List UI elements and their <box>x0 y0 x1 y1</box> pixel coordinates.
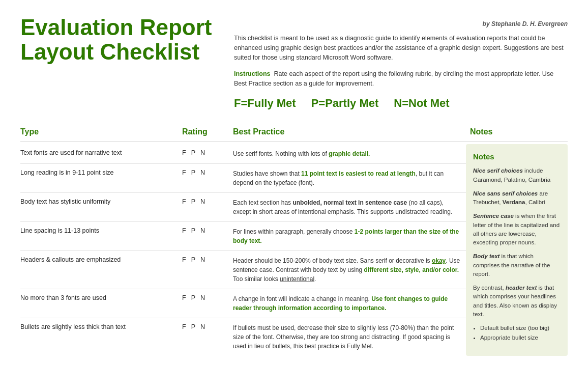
rating-n[interactable]: N <box>200 227 205 234</box>
rating-p[interactable]: P <box>191 323 195 330</box>
rating-f[interactable]: F <box>182 198 186 205</box>
byline-prefix: by <box>483 20 490 27</box>
note-serif: Nice serif choices include Garamond, Pal… <box>473 166 561 184</box>
intro-block: by Stephanie D. H. Evergreen This checkl… <box>234 15 568 110</box>
rating-n[interactable]: N <box>200 149 205 156</box>
rating-p[interactable]: P <box>191 294 195 301</box>
rating-n[interactable]: N <box>200 256 205 263</box>
rating-n[interactable]: N <box>200 323 205 330</box>
rating-f[interactable]: F <box>182 294 186 301</box>
rating-n[interactable]: N <box>200 169 205 176</box>
col-rating-header: Rating <box>178 125 229 138</box>
rating-p[interactable]: P <box>191 149 195 156</box>
intro-text: This checklist is meant to be used as a … <box>234 34 568 62</box>
rating-partly-met: P=Partly Met <box>311 97 379 110</box>
main-title: Evaluation Report Layout Checklist <box>20 15 214 65</box>
rating-p[interactable]: P <box>191 227 195 234</box>
row4-type: Line spacing is 11-13 points <box>20 222 178 251</box>
row1-rating[interactable]: F P N <box>178 144 229 164</box>
row7-bp: If bullets must be used, decrease their … <box>229 318 466 356</box>
page: Evaluation Report Layout Checklist by St… <box>20 15 568 356</box>
rating-not-met: N=Not Met <box>394 97 449 110</box>
rating-f[interactable]: F <box>182 256 186 263</box>
rating-f[interactable]: F <box>182 149 186 156</box>
rating-line: F=Fully Met P=Partly Met N=Not Met <box>234 97 568 110</box>
col-bp-header: Best Practice <box>229 125 466 138</box>
note-sans-serif: Nice sans serif choices are Trebuchet, V… <box>473 189 561 207</box>
rating-f[interactable]: F <box>182 169 186 176</box>
row5-rating[interactable]: F P N <box>178 251 229 289</box>
table-body: Text fonts are used for narrative text F… <box>20 144 568 356</box>
instructions-text: Rate each aspect of the report using the… <box>234 70 553 87</box>
instructions-label: Instructions <box>234 70 271 77</box>
col-notes-header: Notes <box>466 125 568 138</box>
rating-f[interactable]: F <box>182 227 186 234</box>
byline-author: Stephanie D. H. Evergreen <box>491 20 568 27</box>
header: Evaluation Report Layout Checklist by St… <box>20 15 568 110</box>
note-body-text: Body text is that which comprises the na… <box>473 252 561 278</box>
row2-rating[interactable]: F P N <box>178 164 229 193</box>
row2-bp: Studies have shown that 11 point text is… <box>229 164 466 193</box>
bullet-note-1: Default bullet size (too big) <box>480 324 561 332</box>
row5-bp: Header should be 150-200% of body text s… <box>229 251 466 289</box>
row6-type: No more than 3 fonts are used <box>20 289 178 318</box>
row3-rating[interactable]: F P N <box>178 193 229 222</box>
rating-p[interactable]: P <box>191 169 195 176</box>
rating-f[interactable]: F <box>182 323 186 330</box>
rating-n[interactable]: N <box>200 198 205 205</box>
row4-bp: For lines within paragraph, generally ch… <box>229 222 466 251</box>
notes-title: Notes <box>473 151 561 163</box>
table-header: Type Rating Best Practice Notes <box>20 125 568 142</box>
row1-bp: Use serif fonts. Nothing with lots of gr… <box>229 144 466 164</box>
row4-rating[interactable]: F P N <box>178 222 229 251</box>
rating-p[interactable]: P <box>191 256 195 263</box>
rating-p[interactable]: P <box>191 198 195 205</box>
col-type-header: Type <box>20 125 178 138</box>
notes-column: Notes Nice serif choices include Garamon… <box>466 144 568 356</box>
row3-bp: Each text section has unbolded, normal t… <box>229 193 466 222</box>
bullet-note-2: Appropriate bullet size <box>480 333 561 342</box>
instructions-line: Instructions Rate each aspect of the rep… <box>234 69 568 89</box>
bullet-notes: Default bullet size (too big) Appropriat… <box>480 324 561 343</box>
row6-rating[interactable]: F P N <box>178 289 229 318</box>
rating-fully-met: F=Fully Met <box>234 97 296 110</box>
row5-type: Headers & callouts are emphasized <box>20 251 178 289</box>
row6-bp: A change in font will indicate a change … <box>229 289 466 318</box>
row1-type: Text fonts are used for narrative text <box>20 144 178 164</box>
note-sentence-case: Sentence case is when the first letter o… <box>473 212 561 247</box>
row7-type: Bullets are slightly less thick than tex… <box>20 318 178 356</box>
title-block: Evaluation Report Layout Checklist <box>20 15 214 110</box>
byline: by Stephanie D. H. Evergreen <box>234 20 568 27</box>
note-header-text: By contrast, header text is that which c… <box>473 284 561 319</box>
row2-type: Long reading is in 9-11 point size <box>20 164 178 193</box>
rating-n[interactable]: N <box>200 294 205 301</box>
row7-rating[interactable]: F P N <box>178 318 229 356</box>
row3-type: Body text has stylistic uniformity <box>20 193 178 222</box>
